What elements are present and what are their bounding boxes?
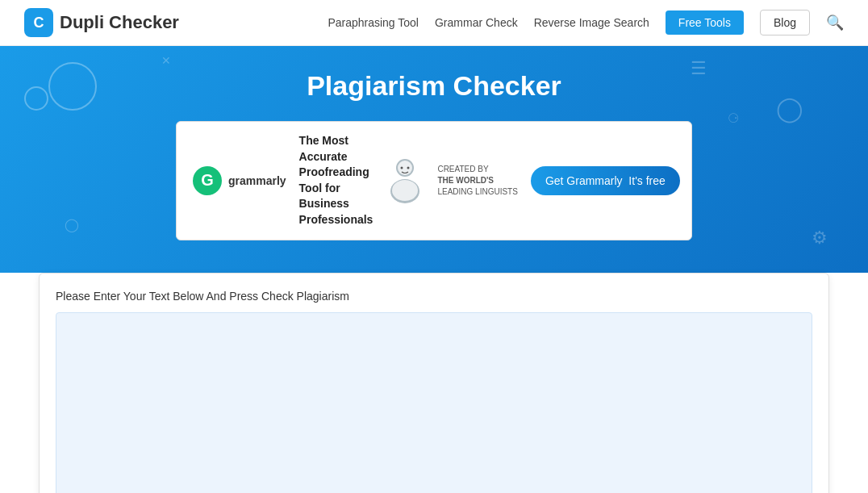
svg-point-5 xyxy=(407,166,410,169)
text-area-wrapper xyxy=(56,312,812,493)
ad-text: The Most Accurate Proofreading Tool for … xyxy=(299,133,373,228)
free-tools-button[interactable]: Free Tools xyxy=(666,10,744,35)
ad-created-by: CREATED BY THE WORLD'S LEADING LINGUISTS xyxy=(437,164,517,198)
tool-container: Please Enter Your Text Below And Press C… xyxy=(39,273,829,493)
blog-button[interactable]: Blog xyxy=(760,10,810,36)
nav-grammar-check[interactable]: Grammar Check xyxy=(435,16,518,29)
search-icon[interactable]: 🔍 xyxy=(826,14,844,31)
grammarly-icon: G xyxy=(193,166,222,195)
plagiarism-text-input[interactable] xyxy=(56,312,812,493)
svg-point-3 xyxy=(392,180,418,201)
navbar: C Dupli Checker Paraphrasing Tool Gramma… xyxy=(0,0,868,46)
page-title: Plagiarism Checker xyxy=(307,70,561,102)
ad-logo: G grammarly xyxy=(193,166,286,195)
logo-icon: C xyxy=(24,8,53,37)
ad-banner: G grammarly The Most Accurate Proofreadi… xyxy=(176,121,692,240)
grammarly-cta-button[interactable]: Get Grammarly It's free xyxy=(531,166,680,195)
svg-point-4 xyxy=(401,166,403,169)
ad-mascot-icon xyxy=(386,157,424,205)
main-content: Please Enter Your Text Below And Press C… xyxy=(23,273,845,493)
logo-text: Dupli Checker xyxy=(60,12,179,33)
ad-brand-name: grammarly xyxy=(228,174,286,187)
nav-reverse-image-search[interactable]: Reverse Image Search xyxy=(534,16,649,29)
nav-paraphrasing-tool[interactable]: Paraphrasing Tool xyxy=(328,16,419,29)
hero-section: ☰ ◯ ✕ ⚙ ◯ ⚆ Plagiarism Checker G grammar… xyxy=(0,46,868,273)
nav-links: Paraphrasing Tool Grammar Check Reverse … xyxy=(328,10,844,36)
logo-link[interactable]: C Dupli Checker xyxy=(24,8,179,37)
tool-instruction: Please Enter Your Text Below And Press C… xyxy=(56,290,812,303)
